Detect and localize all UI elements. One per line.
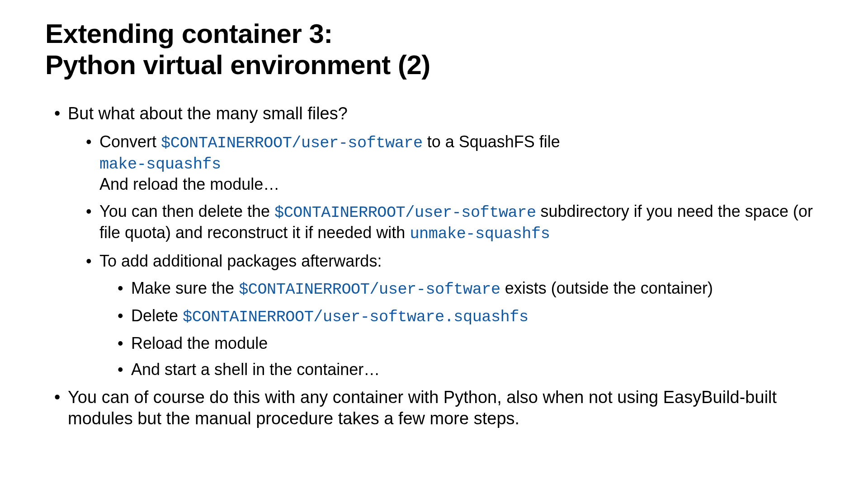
bullet-1c: To add additional packages afterwards: M… [99, 251, 823, 380]
code-containerroot-user-software: $CONTAINERROOT/user-software [161, 134, 423, 152]
bullet-list-level-2: Convert $CONTAINERROOT/user-software to … [68, 132, 823, 380]
slide: Extending container 3: Python virtual en… [0, 0, 868, 488]
bullet-1b-text-1: You can then delete the [99, 202, 274, 221]
bullet-1: But what about the many small files? Con… [68, 103, 823, 380]
slide-title: Extending container 3: Python virtual en… [45, 18, 823, 80]
code-containerroot-user-software-squashfs: $CONTAINERROOT/user-software.squashfs [183, 308, 528, 326]
bullet-1c2: Delete $CONTAINERROOT/user-software.squa… [131, 306, 823, 327]
bullet-1c3: Reload the module [131, 333, 823, 353]
bullet-1c2-text-1: Delete [131, 306, 183, 325]
bullet-1c4-text: And start a shell in the container… [131, 360, 380, 379]
bullet-1c1-text-1: Make sure the [131, 279, 239, 297]
bullet-2: You can of course do this with any conta… [68, 387, 823, 429]
bullet-1c1: Make sure the $CONTAINERROOT/user-softwa… [131, 278, 823, 300]
bullet-1c-text: To add additional packages afterwards: [99, 252, 382, 270]
bullet-1c4: And start a shell in the container… [131, 360, 823, 380]
bullet-1a-text-2: to a SquashFS file [423, 132, 560, 151]
bullet-1b: You can then delete the $CONTAINERROOT/u… [99, 202, 823, 244]
bullet-1c3-text: Reload the module [131, 334, 268, 352]
bullet-2-text: You can of course do this with any conta… [68, 388, 777, 427]
bullet-1a: Convert $CONTAINERROOT/user-software to … [99, 132, 823, 194]
bullet-1c1-text-2: exists (outside the container) [500, 279, 713, 297]
title-line-2: Python virtual environment (2) [45, 50, 430, 80]
title-line-1: Extending container 3: [45, 19, 333, 49]
bullet-1a-text-1: Convert [99, 132, 161, 151]
code-make-squashfs: make-squashfs [99, 155, 221, 174]
bullet-1-text: But what about the many small files? [68, 104, 348, 123]
bullet-list-level-1: But what about the many small files? Con… [45, 103, 823, 429]
bullet-list-level-3: Make sure the $CONTAINERROOT/user-softwa… [99, 278, 823, 380]
code-unmake-squashfs: unmake-squashfs [410, 225, 550, 243]
code-containerroot-user-software-3: $CONTAINERROOT/user-software [239, 281, 500, 299]
code-containerroot-user-software-2: $CONTAINERROOT/user-software [274, 204, 536, 222]
bullet-1a-text-3: And reload the module… [99, 175, 279, 193]
